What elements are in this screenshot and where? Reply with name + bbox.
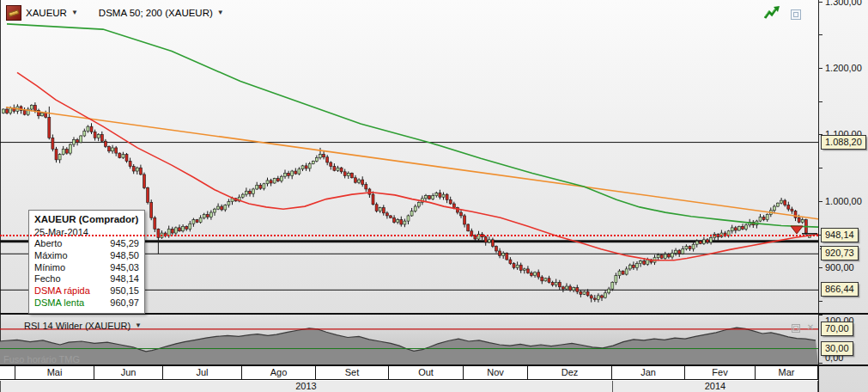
- tooltip-row: DSMA lenta960,97: [34, 297, 139, 309]
- ohlc-tooltip: XAUEUR (Comprador) 25-Mar-2014 Aberto945…: [28, 210, 145, 314]
- sell-signal-marker[interactable]: [791, 226, 803, 234]
- price-level-badge: 866,44: [821, 282, 859, 297]
- rsi-header: RSI 14 Wilder (XAUEUR) ▼: [24, 321, 142, 331]
- rsi-area: [0, 328, 818, 364]
- restore-window-icon[interactable]: [791, 9, 801, 20]
- month-cell: Dez: [528, 366, 612, 379]
- price-axis-label: 900,00: [825, 262, 854, 273]
- tooltip-row-label: DSMA rápida: [34, 285, 90, 297]
- month-cell: Fev: [685, 366, 756, 379]
- price-axis-label: 1.000,00: [825, 196, 862, 206]
- tooltip-row-label: Aberto: [34, 238, 62, 250]
- timezone-watermark: Fuso horário TMG: [3, 354, 80, 364]
- month-cell: Mar: [756, 366, 818, 379]
- tooltip-row: Máximo948,50: [34, 250, 139, 262]
- rsi-level-badge: 70,00: [821, 322, 853, 336]
- year-label: 2014: [612, 381, 818, 392]
- rsi-plot: [0, 328, 818, 364]
- rsi-level-badge: 30,00: [821, 341, 853, 356]
- year-axis: 20132014: [0, 381, 818, 392]
- month-cell: Jun: [94, 366, 163, 379]
- price-level-badge: 920,73: [821, 246, 859, 260]
- gold-instrument-icon: [6, 5, 21, 21]
- tooltip-row-value: 960,97: [110, 297, 139, 309]
- price-axis-label: 1.300,00: [825, 0, 862, 7]
- month-cell: [0, 366, 15, 379]
- chevron-down-icon[interactable]: ▼: [217, 9, 224, 17]
- tooltip-row-label: Mínimo: [34, 262, 65, 274]
- tooltip-row: Aberto945,29: [34, 238, 139, 250]
- year-divider: [0, 381, 1, 392]
- chart-canvas: [0, 0, 868, 392]
- price-level-badge: 1.088,20: [821, 135, 866, 150]
- rsi-close-icon[interactable]: ✕: [805, 322, 816, 333]
- tooltip-row-value: 950,15: [110, 285, 139, 297]
- year-divider: [612, 381, 613, 392]
- price-level-badge: 948,14: [821, 228, 859, 242]
- year-divider: [817, 381, 818, 392]
- rsi-restore-icon[interactable]: [792, 324, 800, 333]
- symbol-dropdown[interactable]: XAUEUR: [26, 8, 67, 18]
- tooltip-row-label: Fecho: [34, 273, 61, 285]
- trend-arrow-icon[interactable]: [762, 5, 781, 22]
- month-cell: Mai: [15, 366, 94, 379]
- series-dsma[interactable]: [7, 24, 818, 227]
- month-cell: Nov: [464, 366, 528, 379]
- tooltip-row: Fecho948,14: [34, 273, 139, 285]
- month-axis: MaiJunJulAgoSetOutNovDezJanFevMar: [0, 366, 818, 380]
- indicator-dropdown[interactable]: DSMA 50; 200 (XAUEUR): [99, 8, 213, 18]
- tooltip-row-value: 945,03: [110, 262, 139, 274]
- price-axis-label: 1.200,00: [825, 63, 862, 73]
- month-cell: Jul: [163, 366, 242, 379]
- chevron-down-icon[interactable]: ▼: [135, 322, 142, 330]
- tooltip-row-label: Máximo: [34, 250, 68, 262]
- trading-chart-window: XAUEUR ▼ DSMA 50; 200 (XAUEUR) ▼ XAUEUR …: [0, 0, 868, 392]
- tooltip-row-value: 948,50: [110, 250, 139, 262]
- month-cell: Set: [316, 366, 389, 379]
- last-price-line: [0, 235, 818, 236]
- tooltip-row-label: DSMA lenta: [34, 297, 84, 309]
- chart-header: XAUEUR ▼ DSMA 50; 200 (XAUEUR) ▼: [6, 5, 224, 21]
- year-label: 2013: [0, 381, 612, 392]
- month-cell: Jan: [612, 366, 685, 379]
- series-trendline[interactable]: [6, 107, 818, 219]
- tooltip-row: DSMA rápida950,15: [34, 285, 139, 297]
- month-cell: Ago: [242, 366, 316, 379]
- tooltip-row-value: 948,14: [110, 273, 139, 285]
- tooltip-row-value: 945,29: [110, 238, 139, 250]
- month-cell: Out: [389, 366, 464, 379]
- rsi-indicator-dropdown[interactable]: RSI 14 Wilder (XAUEUR): [24, 321, 131, 331]
- tooltip-row: Mínimo945,03: [34, 262, 139, 274]
- chevron-down-icon[interactable]: ▼: [71, 9, 78, 17]
- tooltip-title: XAUEUR (Comprador): [34, 213, 139, 226]
